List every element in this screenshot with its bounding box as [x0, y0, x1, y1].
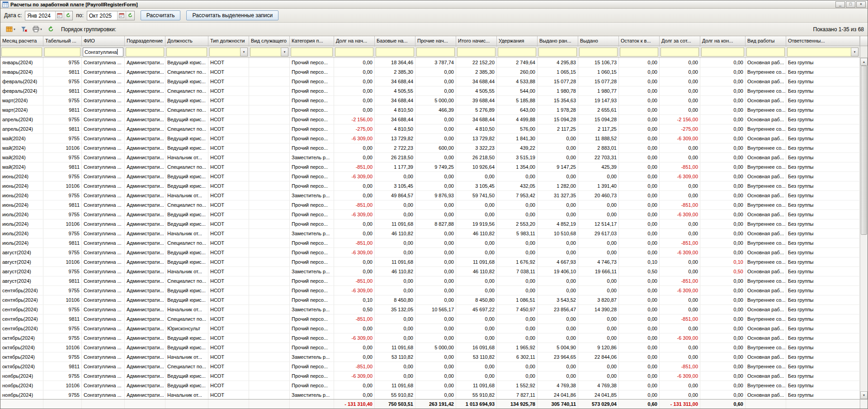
- table-cell[interactable]: 0,00: [375, 324, 415, 333]
- table-cell[interactable]: Сонгатуллина ...: [82, 181, 125, 190]
- table-cell[interactable]: 0,00: [700, 229, 745, 238]
- column-header-debt-employee[interactable]: Долг за сот...: [660, 36, 700, 46]
- table-cell[interactable]: 0,00: [700, 238, 745, 247]
- table-cell[interactable]: 34 688,44: [456, 115, 497, 124]
- table-cell[interactable]: Прочий персо...: [290, 238, 334, 247]
- date-from-calendar-button[interactable]: [55, 11, 64, 20]
- table-cell[interactable]: 4 746,73: [578, 257, 619, 266]
- table-cell[interactable]: 0,00: [619, 181, 660, 190]
- table-cell[interactable]: Без группы: [786, 305, 860, 314]
- table-cell[interactable]: Без группы: [786, 238, 860, 247]
- table-cell[interactable]: Начальник от...: [165, 267, 208, 276]
- table-cell[interactable]: Начальник от...: [165, 191, 208, 200]
- table-cell[interactable]: [249, 124, 290, 133]
- table-cell[interactable]: 1 086,51: [497, 295, 538, 304]
- table-cell[interactable]: 0,00: [700, 381, 745, 390]
- table-cell[interactable]: 0,00: [619, 276, 660, 285]
- table-cell[interactable]: -6 309,00: [660, 371, 700, 380]
- table-cell[interactable]: -851,00: [334, 276, 375, 285]
- table-cell[interactable]: 0,00: [538, 286, 578, 295]
- table-cell[interactable]: 9755: [43, 286, 82, 295]
- table-cell[interactable]: 2 749,64: [497, 58, 538, 67]
- table-cell[interactable]: 0,00: [456, 172, 497, 181]
- table-cell[interactable]: 0,00: [619, 172, 660, 181]
- table-row[interactable]: февраль(2024)9755Сонгатуллина ...Админис…: [0, 77, 860, 86]
- table-cell[interactable]: 0,00: [619, 352, 660, 361]
- table-cell[interactable]: 0,00: [415, 390, 456, 399]
- table-cell[interactable]: Прочий персо...: [290, 324, 334, 333]
- table-cell[interactable]: Основная раб...: [745, 333, 786, 342]
- table-cell[interactable]: 0,00: [619, 314, 660, 323]
- column-header-other-accruals[interactable]: Прочие нач...: [415, 36, 456, 46]
- filter-input-balance-due[interactable]: [620, 48, 658, 57]
- table-cell[interactable]: 4 533,88: [497, 77, 538, 86]
- table-cell[interactable]: 0,00: [700, 305, 745, 314]
- table-cell[interactable]: ноябрь(2024): [0, 390, 43, 399]
- table-cell[interactable]: сентябрь(2024): [0, 314, 43, 323]
- table-cell[interactable]: 15 094,28: [578, 115, 619, 124]
- table-row[interactable]: сентябрь(2024)9811Сонгатуллина ...Админи…: [0, 314, 860, 324]
- table-cell[interactable]: 0,00: [334, 86, 375, 95]
- table-cell[interactable]: Основная раб...: [745, 390, 786, 399]
- print-button[interactable]: ▼: [31, 24, 44, 34]
- table-cell[interactable]: 3 820,87: [578, 295, 619, 304]
- table-cell[interactable]: НСОТ: [208, 305, 249, 314]
- table-cell[interactable]: Внутреннее со...: [745, 143, 786, 152]
- table-cell[interactable]: 0,00: [415, 286, 456, 295]
- table-cell[interactable]: 0,00: [456, 238, 497, 247]
- column-header-responsible[interactable]: Ответственны...: [786, 36, 860, 46]
- table-cell[interactable]: Без группы: [786, 143, 860, 152]
- table-cell[interactable]: [249, 381, 290, 390]
- table-cell[interactable]: 0,00: [700, 181, 745, 190]
- table-cell[interactable]: 26 218,50: [456, 153, 497, 162]
- table-cell[interactable]: 15 077,28: [538, 77, 578, 86]
- table-row[interactable]: август(2024)10106Сонгатуллина ...Админис…: [0, 257, 860, 267]
- table-cell[interactable]: апрель(2024): [0, 124, 43, 133]
- table-cell[interactable]: НСОТ: [208, 229, 249, 238]
- table-cell[interactable]: 0,00: [415, 134, 456, 143]
- filter-input-debt-employee[interactable]: [660, 48, 699, 57]
- table-cell[interactable]: Прочий персо...: [290, 210, 334, 219]
- table-cell[interactable]: 0,00: [660, 58, 700, 67]
- table-row[interactable]: октябрь(2024)9755Сонгатуллина ...Админис…: [0, 352, 860, 362]
- table-cell[interactable]: январь(2024): [0, 67, 43, 76]
- table-cell[interactable]: Администрати...: [125, 276, 165, 285]
- table-cell[interactable]: 9755: [43, 134, 82, 143]
- table-cell[interactable]: Администрати...: [125, 86, 165, 95]
- filter-input-deductions[interactable]: [498, 48, 536, 57]
- table-row[interactable]: июль(2024)10106Сонгатуллина ...Администр…: [0, 219, 860, 229]
- table-cell[interactable]: 53 110,82: [456, 352, 497, 361]
- table-cell[interactable]: Внутреннее со...: [745, 200, 786, 209]
- table-cell[interactable]: 3 105,45: [456, 181, 497, 190]
- table-cell[interactable]: Заместитель р...: [290, 191, 334, 200]
- table-cell[interactable]: [249, 86, 290, 95]
- table-cell[interactable]: Сонгатуллина ...: [82, 96, 125, 105]
- table-cell[interactable]: Основная раб...: [745, 305, 786, 314]
- table-cell[interactable]: Прочий персо...: [290, 86, 334, 95]
- table-cell[interactable]: Администрати...: [125, 181, 165, 190]
- table-cell[interactable]: май(2024): [0, 153, 43, 162]
- filter-input-other-accruals[interactable]: [416, 48, 455, 57]
- table-cell[interactable]: Без группы: [786, 162, 860, 171]
- table-cell[interactable]: 0,00: [538, 333, 578, 342]
- table-cell[interactable]: 9811: [43, 200, 82, 209]
- table-cell[interactable]: 600,00: [415, 143, 456, 152]
- table-cell[interactable]: Основная раб...: [745, 371, 786, 380]
- table-cell[interactable]: [249, 295, 290, 304]
- table-cell[interactable]: 1 965,92: [497, 343, 538, 352]
- table-cell[interactable]: 0,00: [660, 219, 700, 228]
- table-cell[interactable]: 0,00: [619, 343, 660, 352]
- table-cell[interactable]: 22 844,06: [578, 352, 619, 361]
- table-cell[interactable]: 0,00: [334, 96, 375, 105]
- table-cell[interactable]: Сонгатуллина ...: [82, 143, 125, 152]
- table-cell[interactable]: -6 309,00: [334, 248, 375, 257]
- table-cell[interactable]: август(2024): [0, 267, 43, 276]
- table-cell[interactable]: 26 218,50: [375, 153, 415, 162]
- table-cell[interactable]: 15 106,73: [578, 58, 619, 67]
- table-cell[interactable]: 466,39: [415, 105, 456, 114]
- table-cell[interactable]: Основная раб...: [745, 153, 786, 162]
- table-cell[interactable]: апрель(2024): [0, 115, 43, 124]
- table-cell[interactable]: Прочий персо...: [290, 143, 334, 152]
- table-cell[interactable]: 3 787,74: [415, 58, 456, 67]
- table-cell[interactable]: Основная раб...: [745, 77, 786, 86]
